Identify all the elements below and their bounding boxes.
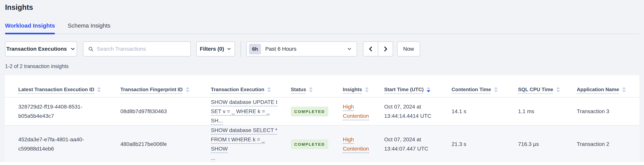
cell-execution-id: 328729d2-ff19-4408-8531- b05a5b4e43c7 <box>5 97 114 125</box>
tab-workload-insights[interactable]: Workload Insights <box>5 22 55 34</box>
now-button[interactable]: Now <box>397 42 420 57</box>
search-box <box>83 42 191 57</box>
search-input[interactable] <box>97 46 186 52</box>
filters-button[interactable]: Filters (0) <box>196 42 235 57</box>
cell-fingerprint-id: 480a8b217be006fe <box>114 125 205 163</box>
tab-schema-insights[interactable]: Schema Insights <box>68 22 110 34</box>
sort-icon <box>309 87 312 92</box>
transaction-execution-link[interactable]: SHOW database SELECT * FROM t WHERE k = … <box>211 127 277 161</box>
execution-type-dropdown-label: Transaction Executions <box>6 46 67 52</box>
table-header-row: Latest Transaction Execution ID Transact… <box>5 75 640 97</box>
time-range-pager <box>363 42 393 57</box>
table-row: 452da3e7-e7fa-4801-aa40- c59988d14eb6 48… <box>5 125 640 163</box>
now-button-label: Now <box>403 46 414 52</box>
chevron-down-icon <box>347 46 352 52</box>
transaction-insights-table: Latest Transaction Execution ID Transact… <box>5 75 640 163</box>
search-icon <box>88 46 94 52</box>
time-range-dropdown[interactable]: 6h Past 6 Hours <box>246 42 357 57</box>
column-header-status[interactable]: Status <box>285 75 337 97</box>
sort-icon <box>267 87 271 92</box>
column-header-transaction-fingerprint-id[interactable]: Transaction Fingerprint ID <box>114 75 205 97</box>
time-range-prev-button[interactable] <box>363 42 378 57</box>
sort-icon <box>622 87 626 92</box>
insights-table-card: Latest Transaction Execution ID Transact… <box>5 75 640 163</box>
sort-icon <box>556 87 560 92</box>
sort-icon <box>427 87 430 92</box>
time-range-label: Past 6 Hours <box>265 46 296 52</box>
cell-fingerprint-id: 08d8b7d97f830463 <box>114 97 205 125</box>
cell-sql-cpu-time: 716.3 µs <box>512 125 571 163</box>
cell-execution-id: 452da3e7-e7fa-4801-aa40- c59988d14eb6 <box>5 125 114 163</box>
cell-start-time: Oct 07, 2024 at 13:44:14.4414 UTC <box>378 97 446 125</box>
toolbar: Transaction Executions Filters (0) 6h Pa… <box>5 42 640 57</box>
status-badge: COMPLETED <box>291 139 328 149</box>
cell-start-time: Oct 07, 2024 at 13:44:07.447 UTC <box>378 125 446 163</box>
time-range-badge: 6h <box>249 44 261 54</box>
status-badge: COMPLETED <box>291 107 328 116</box>
chevron-down-icon <box>70 46 76 52</box>
cell-contention-time: 21.3 s <box>446 125 512 163</box>
filters-button-label: Filters (0) <box>200 46 224 52</box>
column-header-transaction-execution[interactable]: Transaction Execution <box>205 75 285 97</box>
table-row: 328729d2-ff19-4408-8531- b05a5b4e43c7 08… <box>5 97 640 125</box>
sort-icon <box>186 87 189 92</box>
insights-page: Insights Workload Insights Schema Insigh… <box>0 0 644 163</box>
chevron-right-icon <box>382 46 389 52</box>
column-header-insights[interactable]: Insights <box>337 75 378 97</box>
execution-type-dropdown[interactable]: Transaction Executions <box>5 42 77 57</box>
toolbar-divider <box>240 42 241 57</box>
time-range-next-button[interactable] <box>378 42 393 57</box>
sort-icon <box>494 87 498 92</box>
insight-high-contention-link[interactable]: High Contention <box>343 136 369 152</box>
results-summary: 1-2 of 2 transaction insights <box>5 63 640 69</box>
active-tab-indicator <box>5 33 55 34</box>
insight-high-contention-link[interactable]: High Contention <box>343 104 369 119</box>
column-header-application-name[interactable]: Application Name <box>571 75 640 97</box>
sort-icon <box>97 87 101 92</box>
tab-schema-insights-label: Schema Insights <box>68 22 110 29</box>
column-header-start-time[interactable]: Start Time (UTC) <box>378 75 446 97</box>
cell-application-name: Transaction 2 <box>571 125 640 163</box>
transaction-execution-link[interactable]: SHOW database UPDATE t SET v = _ WHERE k… <box>211 99 277 123</box>
cell-application-name: Transaction 3 <box>571 97 640 125</box>
cell-contention-time: 14.1 s <box>446 97 512 125</box>
bottom-strip <box>0 162 644 165</box>
tab-workload-insights-label: Workload Insights <box>5 22 55 29</box>
chevron-down-icon <box>226 47 232 52</box>
column-header-sql-cpu-time[interactable]: SQL CPU Time <box>512 75 571 97</box>
column-header-latest-transaction-execution-id[interactable]: Latest Transaction Execution ID <box>5 75 114 97</box>
chevron-left-icon <box>368 46 374 52</box>
cell-sql-cpu-time: 1.1 ms <box>512 97 571 125</box>
page-title: Insights <box>5 3 644 12</box>
sort-icon <box>365 87 368 92</box>
tab-bar: Workload Insights Schema Insights <box>5 22 640 34</box>
column-header-contention-time[interactable]: Contention Time <box>446 75 512 97</box>
